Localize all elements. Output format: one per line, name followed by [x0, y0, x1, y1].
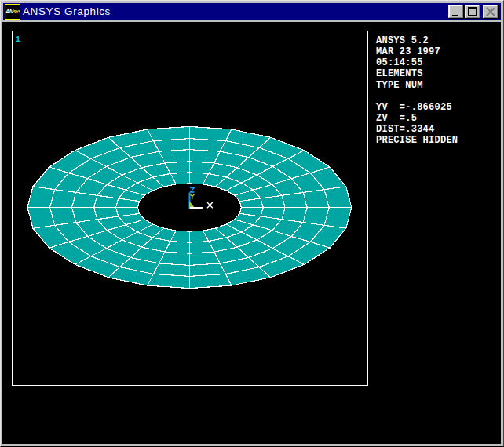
svg-text:1: 1 — [16, 35, 21, 44]
